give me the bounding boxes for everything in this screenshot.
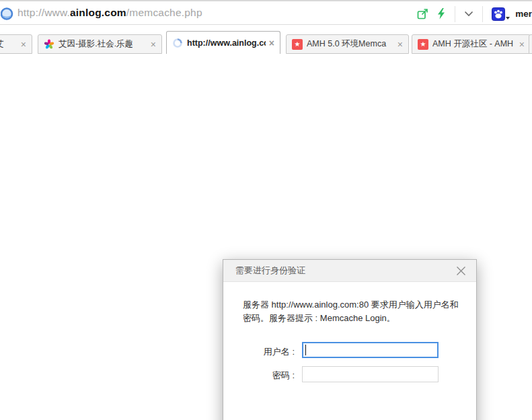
tab-amh-community[interactable]: ★ AMH 开源社区 - AMH × (412, 34, 531, 54)
tab-close-icon[interactable]: × (151, 40, 156, 48)
url-domain: ainlog.com (70, 7, 126, 18)
url-text[interactable]: http://www.ainlog.com/memcache.php (17, 7, 202, 19)
chevron-down-icon[interactable] (460, 11, 478, 17)
toolbar-separator (482, 6, 483, 22)
auth-dialog-body: 服务器 http://www.ainlog.com:80 要求用户输入用户名和 … (223, 282, 476, 420)
tab-close-icon[interactable]: × (397, 40, 403, 48)
tab-label: AMH 5.0 环境Memca (307, 38, 394, 50)
tab-close-icon[interactable]: × (519, 40, 525, 48)
tab-label: http://www.ainlog.cor (187, 38, 266, 48)
username-field[interactable] (302, 342, 439, 358)
tab-strip: e ‹ 艾 × 艾因-摄影.社会.乐趣 × http://www.ainlog.… (0, 26, 532, 54)
share-icon[interactable] (413, 8, 432, 20)
auth-dialog-title: 需要进行身份验证 (235, 265, 455, 277)
tab-ainlog-active[interactable]: http://www.ainlog.cor × (166, 31, 280, 54)
pinwheel-favicon-icon (44, 39, 54, 50)
tab-partial-right[interactable] (529, 34, 532, 54)
site-loading-icon (1, 7, 13, 23)
dialog-close-icon[interactable] (455, 265, 467, 277)
address-bar: http://www.ainlog.com/memcache.php (0, 0, 532, 25)
username-label: 用户名 : (223, 346, 295, 358)
star-favicon-icon: ★ (292, 39, 303, 50)
loading-spinner-icon (172, 38, 183, 48)
tab-aiyin[interactable]: 艾因-摄影.社会.乐趣 × (38, 34, 162, 54)
auth-message: 服务器 http://www.ainlog.com:80 要求用户输入用户名和 … (243, 298, 463, 325)
tab-partial-left[interactable]: e ‹ 艾 × (0, 34, 32, 54)
password-field[interactable] (302, 366, 439, 382)
paw-bookmark-icon[interactable] (488, 7, 515, 21)
tab-amh-memcache[interactable]: ★ AMH 5.0 环境Memca × (286, 34, 409, 54)
bookmark-dropdown-caret (506, 17, 510, 20)
tab-label: 艾因-摄影.社会.乐趣 (59, 38, 147, 50)
auth-message-line2: 密码。服务器提示 : Memcache Login。 (243, 312, 463, 325)
password-label: 密码 : (223, 370, 295, 382)
tab-close-icon[interactable]: × (269, 39, 274, 47)
auth-dialog-titlebar: 需要进行身份验证 (223, 260, 476, 282)
auth-dialog: 需要进行身份验证 服务器 http://www.ainlog.com:80 要求… (223, 259, 477, 420)
tab-label: AMH 开源社区 - AMH (432, 38, 516, 50)
auth-message-line1: 服务器 http://www.ainlog.com:80 要求用户输入用户名和 (243, 298, 463, 312)
lightning-icon[interactable] (432, 8, 450, 20)
star-favicon-icon: ★ (418, 39, 428, 50)
url-scheme: http://www. (17, 7, 70, 18)
text-caret (305, 345, 306, 355)
bookmark-label[interactable]: mer (515, 9, 532, 19)
page-content: 需要进行身份验证 服务器 http://www.ainlog.com:80 要求… (0, 54, 532, 420)
tab-label: e ‹ 艾 (0, 38, 17, 50)
toolbar-separator (455, 6, 455, 22)
url-path: /memcache.php (126, 7, 202, 18)
tab-close-icon[interactable]: × (21, 40, 26, 48)
